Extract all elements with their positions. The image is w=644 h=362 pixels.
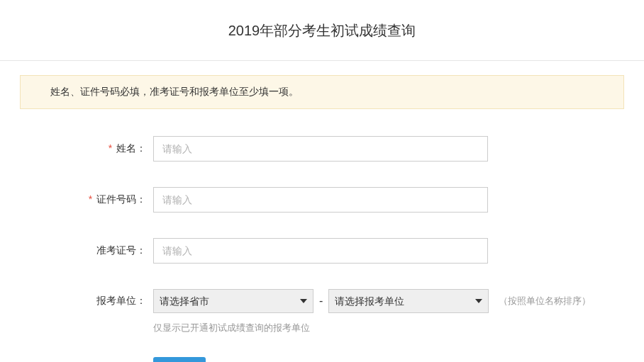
exam-number-label-text: 准考证号： bbox=[96, 244, 146, 256]
query-form: * 姓名： * 证件号码： 准考证号： 报考单位： 请选择省市 - 请选择报考单… bbox=[0, 130, 644, 362]
id-number-label: * 证件号码： bbox=[0, 193, 153, 206]
name-label: * 姓名： bbox=[0, 142, 153, 155]
org-help-text: 仅显示已开通初试成绩查询的报考单位 bbox=[153, 322, 644, 334]
province-select[interactable]: 请选择省市 bbox=[153, 289, 313, 313]
org-label: 报考单位： bbox=[0, 295, 153, 307]
id-number-input[interactable] bbox=[153, 187, 488, 213]
required-asterisk: * bbox=[109, 142, 112, 154]
id-number-label-text: 证件号码： bbox=[96, 193, 146, 205]
exam-number-row: 准考证号： bbox=[0, 238, 644, 264]
id-number-row: * 证件号码： bbox=[0, 187, 644, 213]
required-asterisk: * bbox=[89, 193, 92, 205]
sort-hint: （按照单位名称排序） bbox=[499, 295, 591, 307]
select-separator: - bbox=[313, 295, 328, 307]
page-title: 2019年部分考生初试成绩查询 bbox=[0, 0, 644, 60]
exam-number-input[interactable] bbox=[153, 238, 488, 264]
org-label-text: 报考单位： bbox=[96, 295, 146, 306]
org-row: 报考单位： 请选择省市 - 请选择报考单位 （按照单位名称排序） bbox=[0, 289, 644, 313]
name-label-text: 姓名： bbox=[116, 142, 146, 154]
alert-message: 姓名、证件号码必填，准考证号和报考单位至少填一项。 bbox=[20, 75, 624, 109]
submit-button[interactable]: 查询 bbox=[153, 357, 206, 362]
exam-number-label: 准考证号： bbox=[0, 244, 153, 257]
submit-row: 查询 bbox=[153, 357, 644, 362]
org-select[interactable]: 请选择报考单位 bbox=[328, 289, 489, 313]
name-input[interactable] bbox=[153, 136, 488, 162]
org-select-group: 请选择省市 - 请选择报考单位 （按照单位名称排序） bbox=[153, 289, 591, 313]
divider bbox=[0, 60, 644, 61]
name-row: * 姓名： bbox=[0, 136, 644, 162]
